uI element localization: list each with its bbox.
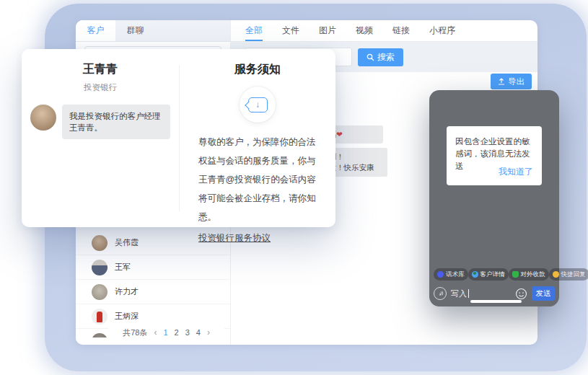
- emoji-icon[interactable]: [515, 288, 527, 300]
- voice-input-icon[interactable]: [434, 287, 447, 300]
- tab-files[interactable]: 文件: [282, 20, 299, 41]
- pagination: 共78条 ‹ 1 2 3 4 ›: [108, 323, 224, 342]
- heart-icon: ❤: [336, 130, 343, 138]
- tab-group-chats[interactable]: 群聊: [115, 20, 155, 41]
- avatar: [30, 105, 56, 131]
- service-agreement-link[interactable]: 投资银行服务协议: [198, 232, 271, 244]
- archive-notice-icon: ↓: [240, 87, 276, 123]
- dialog-confirm-button[interactable]: 我知道了: [499, 166, 533, 178]
- profile-greeting-bubble: 我是投资银行的客户经理王青青。: [62, 105, 170, 139]
- tool-label: 对外收款: [521, 270, 545, 279]
- left-tab-bar: 客户 群聊: [76, 20, 230, 42]
- toolbar: 话术库 客户详情 对外收款 快捷回复: [434, 268, 555, 281]
- message-input[interactable]: 写入: [451, 288, 511, 299]
- message-input-value: 写入: [451, 288, 467, 299]
- avatar: [92, 333, 107, 338]
- tool-label: 话术库: [446, 270, 465, 279]
- avatar: [92, 260, 107, 275]
- service-notice-body: 尊敬的客户，为保障你的合法权益与会话的服务质量，你与王青青@投资银行的会话内容将…: [198, 133, 317, 226]
- profile-org: 投资银行: [22, 82, 179, 93]
- avatar: [92, 284, 107, 300]
- tool-label: 快捷回复: [561, 270, 586, 279]
- profile-section: 王青青 投资银行 我是投资银行的客户经理王青青。: [22, 49, 179, 227]
- contact-name: 吴伟霞: [115, 237, 139, 248]
- contact-name: 许力才: [115, 286, 139, 297]
- contact-name: 王炳深: [115, 311, 139, 322]
- page-number-1[interactable]: 1: [163, 328, 167, 337]
- text-caret: [468, 289, 469, 298]
- avatar: [92, 235, 107, 251]
- screenshot-stage: 客户 群聊 吴伟霞 王军 许力才 王炳深: [0, 0, 588, 375]
- content-tab-bar: 全部 文件 图片 视频 链接 小程序: [231, 20, 537, 42]
- export-icon: [498, 78, 505, 85]
- page-number-2[interactable]: 2: [175, 328, 179, 337]
- tool-script-library[interactable]: 话术库: [434, 268, 468, 281]
- search-icon: [367, 53, 374, 61]
- profile-message-row: 我是投资银行的客户经理王青青。: [30, 105, 170, 139]
- tab-images[interactable]: 图片: [319, 20, 336, 41]
- prev-page-arrow[interactable]: ‹: [154, 327, 157, 338]
- tab-videos[interactable]: 视频: [356, 20, 373, 41]
- speaker-icon: [436, 290, 444, 298]
- sensitive-word-dialog: 因包含企业设置的敏感词，该消息无法发送 我知道了: [447, 126, 542, 185]
- export-button[interactable]: 导出: [491, 74, 532, 89]
- tool-label: 客户详情: [481, 270, 505, 279]
- search-button[interactable]: 搜索: [358, 48, 403, 66]
- tab-all[interactable]: 全部: [245, 20, 263, 41]
- export-button-label: 导出: [508, 76, 525, 87]
- quick-reply-icon: [553, 271, 559, 278]
- script-library-icon: [437, 271, 444, 278]
- contact-list: 吴伟霞 王军 许力才 王炳深: [76, 231, 230, 338]
- next-page-arrow[interactable]: ›: [207, 327, 210, 338]
- avatar: [92, 309, 107, 325]
- tool-customer-details[interactable]: 客户详情: [468, 268, 509, 281]
- download-bubble-icon: ↓: [248, 97, 268, 112]
- customer-details-icon: [472, 271, 478, 278]
- service-notice-section: 服务须知 ↓ 尊敬的客户，为保障你的合法权益与会话的服务质量，你与王青青@投资银…: [180, 49, 335, 227]
- contact-name: 王军: [115, 262, 131, 273]
- page-number-4[interactable]: 4: [196, 328, 201, 337]
- tool-quick-reply[interactable]: 快捷回复: [549, 268, 588, 281]
- tab-miniprograms[interactable]: 小程序: [429, 20, 455, 41]
- pagination-total: 共78条: [123, 327, 147, 338]
- profile-name: 王青青: [22, 62, 179, 77]
- page-number-3[interactable]: 3: [185, 328, 190, 337]
- service-notice-title: 服务须知: [198, 62, 317, 77]
- send-button[interactable]: 发送: [532, 286, 555, 301]
- list-item[interactable]: 王军: [76, 255, 230, 280]
- overlay-card: 王青青 投资银行 我是投资银行的客户经理王青青。 服务须知 ↓ 尊敬的客户，为保…: [22, 49, 335, 227]
- down-arrow-icon: ↓: [255, 100, 260, 109]
- list-item[interactable]: 许力才: [76, 280, 230, 304]
- search-button-label: 搜索: [377, 51, 395, 63]
- tab-customers[interactable]: 客户: [76, 20, 115, 41]
- mobile-overlay-panel: 因包含企业设置的敏感词，该消息无法发送 我知道了 话术库 客户详情 对外收款 快…: [429, 90, 559, 306]
- tool-external-payment[interactable]: 对外收款: [509, 268, 549, 281]
- home-indicator[interactable]: [470, 300, 522, 303]
- payment-shield-icon: [512, 271, 519, 278]
- tab-links[interactable]: 链接: [392, 20, 410, 41]
